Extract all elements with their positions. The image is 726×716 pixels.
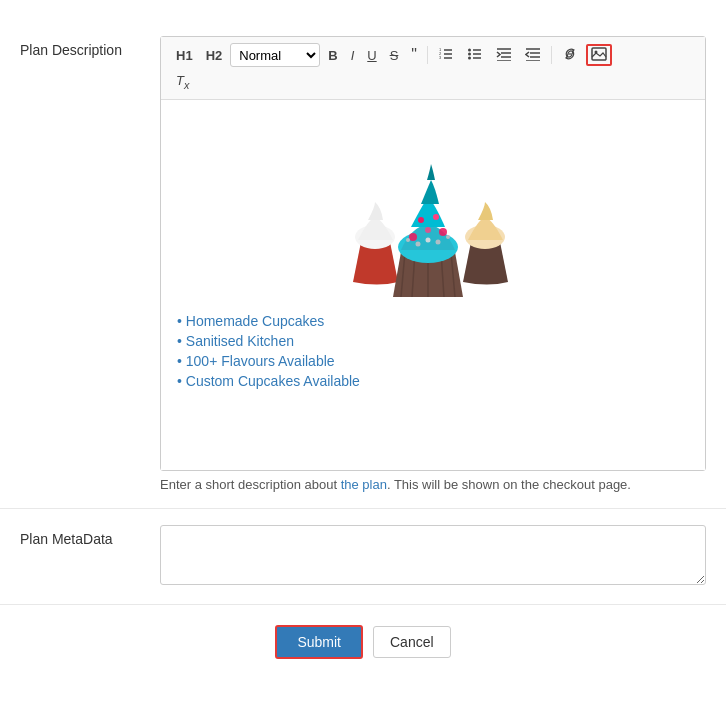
plan-description-content: H1 H2 Normal Heading 1 Heading 2 Heading… xyxy=(160,36,706,492)
svg-point-32 xyxy=(439,228,447,236)
format-select[interactable]: Normal Heading 1 Heading 2 Heading 3 xyxy=(230,43,320,67)
rich-text-editor: H1 H2 Normal Heading 1 Heading 2 Heading… xyxy=(160,36,706,471)
help-text: Enter a short description about the plan… xyxy=(160,477,706,492)
plan-metadata-content xyxy=(160,525,706,588)
svg-point-37 xyxy=(436,240,441,245)
cupcake-svg xyxy=(323,112,543,297)
strikethrough-button[interactable]: S xyxy=(385,46,404,65)
ordered-list-button[interactable]: 123 xyxy=(433,44,459,66)
clear-format-button[interactable]: Tx xyxy=(171,71,194,93)
plan-description-label: Plan Description xyxy=(20,36,160,58)
feature-list: Homemade Cupcakes Sanitised Kitchen 100+… xyxy=(177,313,689,389)
svg-point-9 xyxy=(468,49,471,52)
svg-point-40 xyxy=(446,235,450,239)
toolbar-divider-2 xyxy=(551,46,552,64)
svg-point-34 xyxy=(418,217,424,223)
list-item: Sanitised Kitchen xyxy=(177,333,689,349)
plan-metadata-label: Plan MetaData xyxy=(20,525,160,547)
image-button[interactable] xyxy=(586,44,612,66)
bold-button[interactable]: B xyxy=(323,46,342,65)
help-text-link: the plan xyxy=(341,477,387,492)
italic-button[interactable]: I xyxy=(346,46,360,65)
indent-button[interactable] xyxy=(491,44,517,66)
svg-point-33 xyxy=(425,227,431,233)
unordered-list-button[interactable] xyxy=(462,44,488,66)
list-item: Custom Cupcakes Available xyxy=(177,373,689,389)
editor-toolbar: H1 H2 Normal Heading 1 Heading 2 Heading… xyxy=(161,37,705,100)
outdent-button[interactable] xyxy=(520,44,546,66)
toolbar-row-2: Tx xyxy=(167,71,699,95)
plan-metadata-input[interactable] xyxy=(160,525,706,585)
svg-point-10 xyxy=(468,53,471,56)
underline-button[interactable]: U xyxy=(362,46,381,65)
svg-point-38 xyxy=(426,238,431,243)
editor-body[interactable]: Homemade Cupcakes Sanitised Kitchen 100+… xyxy=(161,100,705,470)
cupcake-image xyxy=(177,112,689,297)
svg-point-36 xyxy=(416,242,421,247)
h2-button[interactable]: H2 xyxy=(201,46,228,65)
blockquote-button[interactable]: " xyxy=(406,44,422,66)
svg-point-39 xyxy=(406,238,410,242)
submit-button[interactable]: Submit xyxy=(275,625,363,659)
svg-point-31 xyxy=(409,233,417,241)
list-item: 100+ Flavours Available xyxy=(177,353,689,369)
svg-point-35 xyxy=(433,214,439,220)
form-actions: Submit Cancel xyxy=(0,605,726,679)
plan-metadata-row: Plan MetaData xyxy=(0,509,726,605)
list-item: Homemade Cupcakes xyxy=(177,313,689,329)
toolbar-row-1: H1 H2 Normal Heading 1 Heading 2 Heading… xyxy=(167,41,699,69)
h1-button[interactable]: H1 xyxy=(171,46,198,65)
cancel-button[interactable]: Cancel xyxy=(373,626,451,658)
svg-text:3: 3 xyxy=(439,55,442,60)
svg-point-11 xyxy=(468,57,471,60)
plan-description-row: Plan Description H1 H2 Normal Heading 1 … xyxy=(0,20,726,509)
toolbar-divider-1 xyxy=(427,46,428,64)
link-button[interactable] xyxy=(557,44,583,66)
